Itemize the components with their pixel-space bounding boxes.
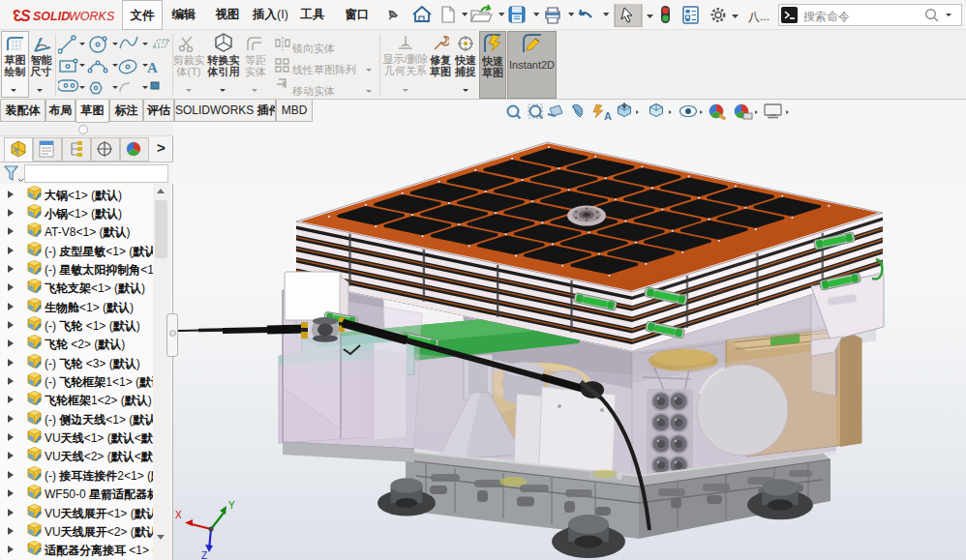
svg-text:Z: Z: [201, 550, 207, 560]
svg-text:WORKS: WORKS: [69, 10, 114, 23]
svg-text:SOLID: SOLID: [33, 10, 70, 23]
svg-text:Y: Y: [228, 500, 235, 511]
svg-text:S: S: [20, 8, 31, 24]
svg-text:X: X: [175, 510, 182, 520]
svg-text:A: A: [604, 110, 612, 122]
svg-text:A: A: [147, 60, 158, 75]
